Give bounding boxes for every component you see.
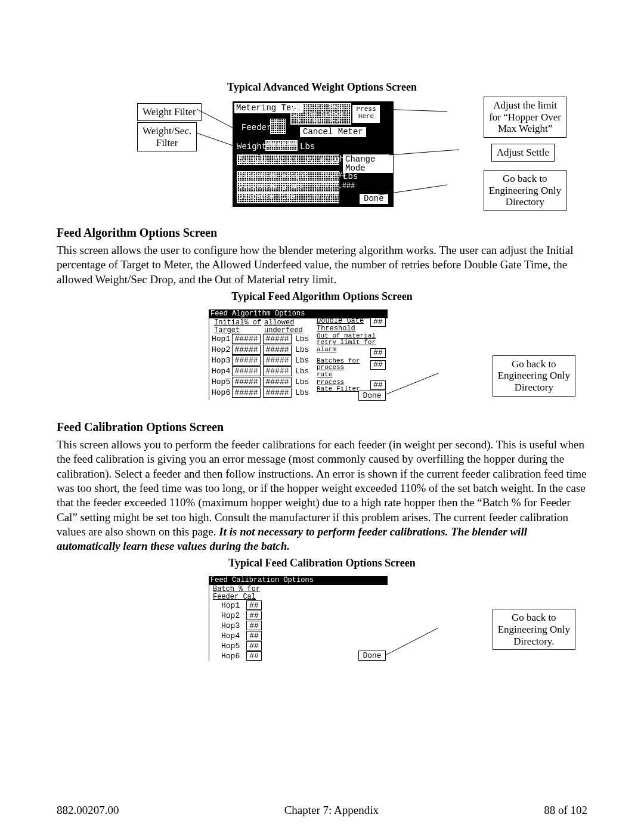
callout-weight-sec-filter: Weight/Sec. Filter (137, 122, 197, 151)
double-gate-label: Double Gate Threshold (317, 317, 364, 332)
hop-label: Hop6 (212, 389, 230, 397)
unit-label: Lbs (295, 367, 309, 376)
batch-pct-value[interactable]: ## (246, 621, 262, 630)
footer-center: Chapter 7: Appendix (284, 804, 379, 817)
batch-pct-value[interactable]: ## (246, 600, 262, 610)
batch-pct-value[interactable]: ## (246, 651, 262, 661)
press-to-begin: Press to Begin if the blender is stopped… (293, 104, 348, 125)
feed-calibration-screen: Feed Calibration Options Batch % for Fee… (209, 576, 388, 661)
feed-algorithm-heading: Feed Algorithm Options Screen (57, 226, 587, 240)
initial-target-value[interactable]: ##### (232, 377, 261, 387)
initial-target-value[interactable]: ##### (232, 388, 261, 398)
batch-pct-value[interactable]: ## (246, 641, 262, 651)
change-mode-button[interactable]: Change Mode (343, 154, 393, 173)
unit-label: Lbs (295, 357, 309, 365)
allowed-underfeed-value[interactable]: ##### (263, 377, 292, 387)
svg-line-5 (386, 373, 438, 394)
dispensed-weight-unit: Lbs (343, 172, 358, 181)
initial-target-value[interactable]: ##### (232, 345, 261, 355)
hop-label: Hop1 (212, 335, 230, 343)
feeder-label: Feeder (242, 123, 271, 132)
hop-label: Hop5 (221, 642, 240, 651)
screen1-done-button[interactable]: Done (360, 194, 388, 204)
press-here-button[interactable]: Press Here (352, 105, 380, 123)
hop-label: Hop6 (221, 652, 240, 661)
batch-pct-value[interactable]: ## (246, 611, 262, 620)
out-of-material-label: Out of material retry limit for alarm (317, 333, 376, 354)
col-batch-pct: Batch % for Feeder Cal (213, 586, 260, 600)
screen2-done-button[interactable]: Done (358, 391, 386, 401)
footer-right: 88 of 102 (544, 804, 587, 817)
feed-calibration-heading: Feed Calibration Options Screen (57, 420, 587, 434)
single-meter-label: Single Meter by Weight (239, 155, 349, 164)
allowed-underfeed-value[interactable]: ##### (263, 355, 292, 366)
feed-calibration-para: This screen allows you to perform the fe… (57, 438, 587, 554)
col-initial-target: Initial% of Target (214, 319, 261, 334)
screen3-done-button[interactable]: Done (358, 651, 386, 661)
callout-go-back-2: Go back to Engineering Only Directory (493, 355, 575, 397)
batches-for-label: Batches for process rate (317, 358, 360, 379)
allowed-underfeed-value[interactable]: ##### (263, 388, 292, 398)
out-of-material-value[interactable]: ## (370, 348, 386, 358)
callout-adjust-limit: Adjust the limit for “Hopper Over Max We… (484, 97, 566, 138)
feed-algorithm-para: This screen allows the user to configure… (57, 243, 587, 287)
hop-label: Hop3 (221, 622, 240, 630)
weight-unit: Lbs (300, 143, 315, 151)
feeder-value[interactable]: # # (274, 119, 278, 132)
dispensed-grams: Dispensed grams= #####.### (239, 182, 355, 190)
advanced-weight-screen: Metering Test Press to Begin if the blen… (233, 101, 394, 207)
double-gate-value[interactable]: ## (370, 317, 386, 327)
footer-left: 882.00207.00 (57, 804, 119, 817)
weight-value[interactable]: ###### (267, 141, 296, 150)
unit-label: Lbs (295, 389, 309, 397)
screen3-title: Feed Calibration Options (210, 577, 314, 584)
batches-for-value[interactable]: ## (370, 360, 386, 370)
callout-adjust-settle: Adjust Settle (491, 144, 555, 162)
allowed-underfeed-value[interactable]: ##### (263, 345, 292, 355)
unit-label: Lbs (295, 346, 309, 354)
allowed-underfeed-value[interactable]: ##### (263, 334, 292, 344)
screen2-title: Feed Algorithm Options (210, 310, 305, 318)
unit-label: Lbs (295, 378, 309, 386)
weight-label: Weight (237, 143, 267, 151)
hop-label: Hop4 (221, 632, 240, 640)
fig1-caption: Typical Advanced Weight Options Screen (57, 81, 587, 94)
svg-line-6 (386, 628, 438, 655)
svg-line-3 (389, 150, 459, 155)
hop-label: Hop5 (212, 378, 230, 386)
rate-filter-value[interactable]: ## (370, 380, 386, 390)
initial-target-value[interactable]: ##### (232, 355, 261, 366)
allowed-underfeed-value[interactable]: ##### (263, 366, 292, 376)
initial-target-value[interactable]: ##### (232, 334, 261, 344)
feed-algorithm-screen: Feed Algorithm Options Initial% of Targe… (209, 309, 388, 400)
dispense-time: Dispense Time= ###.### (239, 193, 338, 201)
fig3-caption: Typical Feed Calibration Options Screen (57, 557, 587, 569)
cancel-meter-button[interactable]: Cancel Meter (300, 127, 366, 137)
callout-go-back: Go back to Engineering Only Directory (484, 170, 566, 211)
hop-label: Hop3 (212, 357, 230, 365)
fig2-caption: Typical Feed Algorithm Options Screen (57, 290, 587, 303)
hop-label: Hop2 (212, 346, 230, 354)
callout-weight-filter: Weight Filter (137, 103, 202, 121)
hop-label: Hop1 (221, 602, 240, 610)
col-allowed-underfeed: allowed underfeed (264, 319, 303, 334)
dispensed-weight: Dispensed Weight= ##.### (239, 172, 346, 179)
batch-pct-value[interactable]: ## (246, 631, 262, 640)
unit-label: Lbs (295, 335, 309, 343)
hop-label: Hop2 (221, 612, 240, 620)
callout-go-back-3: Go back to Engineering Only Directory. (493, 609, 575, 650)
hop-label: Hop4 (212, 367, 230, 376)
rate-filter-label: Process Rate Filter (317, 379, 360, 393)
initial-target-value[interactable]: ##### (232, 366, 261, 376)
